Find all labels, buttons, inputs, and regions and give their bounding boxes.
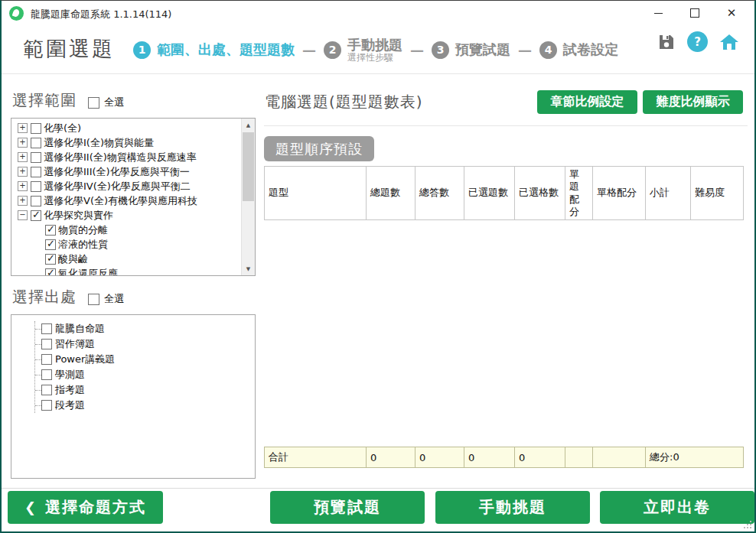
checkbox[interactable]: [45, 239, 56, 250]
chapter-ratio-button[interactable]: 章節比例設定: [537, 90, 637, 114]
tree-item[interactable]: 氧化還原反應: [15, 266, 241, 276]
tree-item[interactable]: 選修化學III(全)化學反應與平衡一: [15, 164, 241, 179]
tree-guide: [35, 375, 41, 375]
computer-select-title: 電腦選題(題型題數表): [265, 92, 423, 112]
tree-item[interactable]: 化學探究與實作: [15, 208, 241, 223]
checkbox[interactable]: [41, 385, 52, 395]
close-button[interactable]: ✕: [713, 1, 750, 25]
tree-item[interactable]: 選修化學I(全)物質與能量: [15, 135, 241, 150]
totals-selected-cells: 0: [515, 447, 565, 468]
step-1-scope[interactable]: 1 範圍、出處、題型題數: [133, 41, 295, 59]
checkbox[interactable]: [41, 339, 52, 349]
scope-tree-box: 化學(全) 選修化學I(全)物質與能量 選修化學II(全)物質構造與反應速率 選…: [11, 118, 256, 276]
source-select-all-label: 全選: [104, 292, 124, 306]
page-title: 範圍選題: [23, 35, 115, 63]
scope-section-title: 選擇範圍: [12, 90, 77, 111]
source-item-label: 段考題: [55, 398, 85, 412]
scope-tree: 化學(全) 選修化學I(全)物質與能量 選修化學II(全)物質構造與反應速率 選…: [15, 121, 241, 276]
list-item[interactable]: 習作簿題: [35, 336, 115, 352]
scope-select-all-checkbox[interactable]: [88, 97, 99, 109]
step-separator: —: [301, 42, 317, 58]
generate-paper-button[interactable]: 立即出卷: [600, 491, 754, 524]
checkbox[interactable]: [45, 254, 56, 265]
tree-item-label: 化學(全): [44, 122, 81, 135]
scope-select-all[interactable]: 全選: [88, 96, 124, 109]
col-selected-cells: 已選格數: [515, 167, 565, 220]
checkbox[interactable]: [31, 123, 41, 134]
totals-per-cell-score: [593, 447, 646, 468]
list-item[interactable]: 龍騰自命題: [35, 321, 115, 336]
app-title: 龍騰題庫命題系統 1.1.14(114): [31, 8, 171, 21]
manual-pick-button[interactable]: 手動挑題: [435, 491, 590, 524]
source-select-all[interactable]: 全選: [88, 292, 124, 306]
checkbox[interactable]: [41, 323, 52, 334]
totals-row-table: 合計 0 0 0 0 總分:0: [264, 447, 744, 468]
tree-item[interactable]: 選修化學V(全)有機化學與應用科技: [15, 193, 241, 208]
checkbox[interactable]: [31, 167, 41, 177]
checkbox[interactable]: [45, 225, 56, 236]
tree-item[interactable]: 選修化學II(全)物質構造與反應速率: [15, 150, 241, 164]
checkbox[interactable]: [31, 138, 41, 148]
help-button[interactable]: ?: [687, 31, 708, 52]
totals-total-answers: 0: [415, 447, 464, 468]
step-3-preview[interactable]: 3 預覽試題: [432, 41, 510, 59]
tree-guide: [35, 344, 41, 345]
back-button-label: 選擇命題方式: [45, 497, 146, 518]
step-2-subtitle: 選擇性步驟: [347, 53, 402, 63]
source-select-all-checkbox[interactable]: [88, 294, 99, 305]
scroll-down-icon[interactable]: ▼: [242, 262, 255, 275]
tree-item-label: 酸與鹼: [58, 252, 88, 266]
tree-item-label: 選修化學IV(全)化學反應與平衡二: [44, 180, 191, 193]
save-button[interactable]: [657, 33, 676, 51]
checkbox[interactable]: [41, 354, 52, 365]
expand-icon[interactable]: [18, 167, 28, 177]
tree-item[interactable]: 溶液的性質: [15, 237, 241, 252]
step-1-label: 範圍、出處、題型題數: [157, 41, 295, 59]
expand-icon[interactable]: [18, 181, 28, 191]
resize-grip[interactable]: [744, 521, 751, 528]
checkbox[interactable]: [31, 196, 41, 206]
expand-icon[interactable]: [18, 138, 28, 148]
tree-item[interactable]: 選修化學IV(全)化學反應與平衡二: [15, 179, 241, 193]
checkbox[interactable]: [31, 210, 41, 221]
maximize-button[interactable]: [676, 1, 713, 25]
minimize-icon: [654, 13, 663, 14]
tree-guide: [35, 390, 41, 391]
home-button[interactable]: [719, 33, 739, 51]
expand-icon[interactable]: [18, 196, 28, 206]
step-2-manual-pick[interactable]: 2 手動挑題 選擇性步驟: [324, 37, 402, 63]
scroll-up-icon[interactable]: ▲: [242, 119, 255, 132]
col-total-questions: 總題數: [367, 167, 415, 220]
main-panel-divider: [264, 125, 748, 126]
checkbox[interactable]: [45, 268, 56, 277]
tree-item-label: 化學探究與實作: [44, 209, 113, 223]
col-subtotal: 小計: [646, 167, 691, 220]
maximize-icon: [690, 8, 699, 18]
checkbox[interactable]: [41, 400, 52, 411]
titlebar: 龍騰題庫命題系統 1.1.14(114) ✕: [2, 1, 754, 25]
checkbox[interactable]: [31, 152, 41, 163]
checkbox[interactable]: [41, 369, 52, 380]
scrollbar[interactable]: ▲ ▼: [241, 119, 255, 275]
preview-questions-button[interactable]: 預覽試題: [270, 491, 425, 524]
expand-icon[interactable]: [18, 123, 28, 133]
scrollbar-thumb[interactable]: [243, 132, 254, 201]
collapse-icon[interactable]: [18, 210, 28, 220]
expand-icon[interactable]: [18, 152, 28, 162]
list-item[interactable]: 學測題: [35, 367, 115, 382]
checkbox[interactable]: [31, 181, 41, 192]
step-separator: —: [517, 42, 533, 58]
back-to-method-button[interactable]: ❮ 選擇命題方式: [8, 491, 163, 524]
minimize-button[interactable]: [640, 1, 676, 25]
tree-item[interactable]: 化學(全): [15, 121, 241, 135]
tree-item[interactable]: 物質的分離: [15, 223, 241, 237]
step-4-paper-settings[interactable]: 4 試卷設定: [539, 41, 618, 59]
difficulty-ratio-button[interactable]: 難度比例顯示: [643, 90, 743, 114]
question-order-preset-button[interactable]: 題型順序預設: [264, 136, 374, 161]
source-list: 龍騰自命題 習作簿題 Power講義題 學測題 指考題: [34, 321, 115, 413]
list-item[interactable]: Power講義題: [35, 352, 115, 367]
tree-item[interactable]: 酸與鹼: [15, 252, 241, 266]
list-item[interactable]: 段考題: [35, 398, 115, 413]
source-item-label: 龍騰自命題: [55, 322, 105, 336]
list-item[interactable]: 指考題: [35, 382, 115, 398]
